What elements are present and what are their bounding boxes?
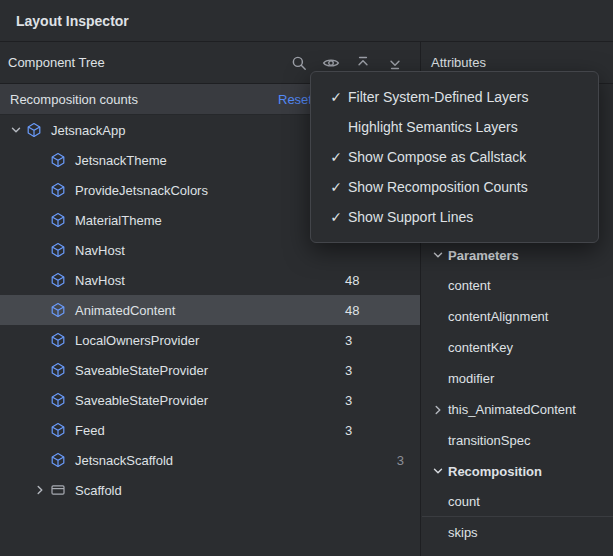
menu-item-show-support-lines[interactable]: ✓Show Support Lines [311,202,598,232]
section-header-parameters[interactable]: Parameters [422,240,613,270]
menu-item-label: Show Support Lines [348,209,473,225]
compose-node-icon [50,332,68,348]
recomposition-count: 48 [345,303,359,318]
section-title: Parameters [448,248,519,263]
tree-node-jetsnackscaffold[interactable]: JetsnackScaffold3 [0,445,420,475]
chevron-right-icon[interactable] [428,402,448,418]
compose-node-icon [50,242,68,258]
tree-node-saveablestateprovider[interactable]: SaveableStateProvider3 [0,355,420,385]
tree-node-label: NavHost [75,273,125,288]
tree-node-animatedcontent[interactable]: AnimatedContent48 [0,295,420,325]
compose-node-icon [50,212,68,228]
attribute-row-contentkey[interactable]: contentKey [422,332,613,363]
window-title-bar: Layout Inspector [0,0,613,42]
section-header-recomposition[interactable]: Recomposition [422,456,613,486]
tree-node-label: LocalOwnersProvider [75,333,199,348]
attribute-name: modifier [448,371,494,386]
chevron-spacer [30,422,50,438]
attribute-row-this-animatedcontent[interactable]: this_AnimatedContent [422,394,613,425]
expand-all-icon[interactable] [386,54,404,72]
checkmark-icon: ✓ [324,89,348,105]
recomposition-count: 3 [397,453,404,468]
menu-item-show-compose-as-callstack[interactable]: ✓Show Compose as Callstack [311,142,598,172]
tree-node-label: NavHost [75,243,125,258]
attribute-name: content [448,278,491,293]
menu-item-label: Highlight Semantics Layers [348,119,518,135]
tree-node-label: MaterialTheme [75,213,162,228]
compose-node-icon [50,182,68,198]
component-tree-title: Component Tree [8,55,105,70]
attribute-name: this_AnimatedContent [448,402,576,417]
compose-node-icon [50,422,68,438]
attribute-name: contentAlignment [448,309,548,324]
attribute-row-skips[interactable]: skips [422,517,613,548]
compose-node-icon [50,362,68,378]
attributes-title: Attributes [431,55,486,70]
tree-node-label: AnimatedContent [75,303,175,318]
recomposition-count: 3 [345,333,352,348]
chevron-down-icon[interactable] [6,122,26,138]
recomposition-count: 3 [345,363,352,378]
menu-item-show-recomposition-counts[interactable]: ✓Show Recomposition Counts [311,172,598,202]
checkmark-icon: ✓ [324,209,348,225]
chevron-spacer [30,242,50,258]
tree-node-saveablestateprovider[interactable]: SaveableStateProvider3 [0,385,420,415]
tree-node-navhost[interactable]: NavHost48 [0,265,420,295]
section-title: Recomposition [448,464,542,479]
tree-node-feed[interactable]: Feed3 [0,415,420,445]
attribute-name: count [448,494,480,509]
attribute-row-contentalignment[interactable]: contentAlignment [422,301,613,332]
chevron-right-icon[interactable] [30,482,50,498]
chevron-spacer [30,362,50,378]
attribute-name: skips [448,525,478,540]
reset-counts-link[interactable]: Reset [278,92,312,107]
attribute-row-transitionspec[interactable]: transitionSpec [422,425,613,456]
component-tree-toolbar [290,54,404,72]
compose-node-icon [50,302,68,318]
compose-node-icon [50,392,68,408]
attribute-row-count[interactable]: count [422,486,613,517]
checkmark-icon: ✓ [324,179,348,195]
chevron-spacer [30,452,50,468]
view-options-icon[interactable] [322,54,340,72]
compose-node-icon [50,272,68,288]
attribute-row-content[interactable]: content [422,270,613,301]
tree-node-label: JetsnackScaffold [75,453,173,468]
view-node-icon [50,482,68,498]
chevron-spacer [30,332,50,348]
attribute-name: transitionSpec [448,433,530,448]
recomposition-counts-label: Recomposition counts [10,92,138,107]
view-options-menu: ✓Filter System-Defined LayersHighlight S… [310,71,599,243]
tree-node-label: JetsnackTheme [75,153,167,168]
chevron-spacer [30,272,50,288]
chevron-spacer [30,212,50,228]
tree-node-label: ProvideJetsnackColors [75,183,208,198]
collapse-all-icon[interactable] [354,54,372,72]
attributes-content: ParameterscontentcontentAlignmentcontent… [422,240,613,548]
attribute-row-modifier[interactable]: modifier [422,363,613,394]
tree-node-scaffold[interactable]: Scaffold [0,475,420,505]
tree-node-localownersprovider[interactable]: LocalOwnersProvider3 [0,325,420,355]
compose-node-icon [50,452,68,468]
window-title: Layout Inspector [16,13,129,29]
attribute-name: contentKey [448,340,513,355]
tree-node-label: JetsnackApp [51,123,125,138]
recomposition-count: 3 [345,423,352,438]
menu-item-filter-system-defined-layers[interactable]: ✓Filter System-Defined Layers [311,82,598,112]
tree-node-label: Scaffold [75,483,122,498]
tree-node-label: Feed [75,423,105,438]
chevron-spacer [30,182,50,198]
layout-inspector-window: Layout Inspector Component Tree Rec [0,0,613,556]
menu-item-highlight-semantics-layers[interactable]: Highlight Semantics Layers [311,112,598,142]
checkmark-icon: ✓ [324,149,348,165]
chevron-spacer [30,302,50,318]
menu-item-label: Filter System-Defined Layers [348,89,529,105]
chevron-down-icon[interactable] [428,247,448,263]
chevron-down-icon[interactable] [428,463,448,479]
search-icon[interactable] [290,54,308,72]
recomposition-count: 3 [345,393,352,408]
chevron-spacer [30,392,50,408]
compose-node-icon [50,152,68,168]
tree-node-label: SaveableStateProvider [75,393,208,408]
menu-item-label: Show Recomposition Counts [348,179,528,195]
